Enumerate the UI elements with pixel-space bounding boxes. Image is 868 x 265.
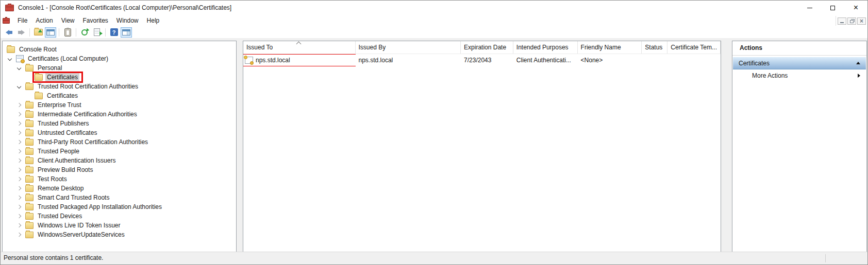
tree-item-client-authentication-issuers[interactable]: Client Authentication Issuers (3, 156, 236, 165)
tree-item-body[interactable]: Smart Card Trusted Roots (25, 193, 111, 202)
expand-chevron-icon[interactable] (17, 121, 21, 126)
refresh-button[interactable] (79, 27, 90, 38)
tree-item-body[interactable]: Preview Build Roots (25, 166, 94, 174)
tree-item-body[interactable]: Trusted People (25, 147, 81, 155)
minimize-icon (807, 8, 812, 8)
expand-chevron-icon[interactable] (17, 186, 21, 190)
tree-item-body[interactable]: Trusted Packaged App Installation Author… (25, 203, 163, 211)
minimize-button[interactable] (798, 1, 821, 15)
expand-chevron-icon[interactable] (17, 196, 21, 200)
tree-item-smart-card-trusted-roots[interactable]: Smart Card Trusted Roots (3, 193, 236, 202)
column-header-issued-by[interactable]: Issued By (356, 41, 461, 54)
column-header-friendly-name[interactable]: Friendly Name (578, 41, 642, 54)
tree-item-trusted-publishers[interactable]: Trusted Publishers (3, 119, 236, 128)
expand-chevron-icon[interactable] (17, 177, 21, 181)
up-level-button[interactable] (32, 27, 44, 38)
column-header-certificate-tem[interactable]: Certificate Tem... (667, 41, 721, 54)
tree-item-body[interactable]: Remote Desktop (25, 184, 85, 192)
tree-item-body[interactable]: Client Authentication Issuers (25, 156, 117, 165)
expand-chevron-icon[interactable] (17, 223, 21, 227)
tree-item-body[interactable]: Intermediate Certification Authorities (25, 110, 139, 118)
tree-item-body[interactable]: Certificates (Local Computer) (16, 55, 110, 63)
column-header-issued-to[interactable]: Issued To (243, 41, 356, 54)
tree-item-certificates[interactable]: Certificates (3, 91, 236, 100)
tree-item-trusted-people[interactable]: Trusted People (3, 147, 236, 156)
expand-chevron-icon[interactable] (17, 214, 21, 218)
tree-item-console-root[interactable]: Console Root (3, 45, 236, 54)
tree-item-body[interactable]: Certificates (35, 73, 79, 81)
expand-chevron-icon[interactable] (17, 103, 21, 107)
cell-issued-to[interactable]: nps.std.local (243, 54, 356, 66)
show-action-pane-button[interactable] (121, 27, 132, 38)
expand-chevron-icon[interactable] (17, 149, 21, 153)
child-close-button[interactable]: × (857, 17, 866, 25)
tree-item-body[interactable]: Test Roots (25, 175, 69, 183)
tree-item-body[interactable]: Untrusted Certificates (25, 129, 98, 137)
tree-item-trusted-root-certification-authorities[interactable]: Trusted Root Certification Authorities (3, 82, 236, 91)
collapse-group-icon[interactable] (856, 62, 860, 64)
tree-item-body[interactable]: Certificates (35, 92, 79, 100)
tree-item-untrusted-certificates[interactable]: Untrusted Certificates (3, 128, 236, 137)
menu-file[interactable]: File (13, 15, 31, 26)
collapse-chevron-icon[interactable] (8, 57, 12, 61)
cell-text: nps.std.local (359, 57, 393, 64)
tree-item-certificates-local-computer[interactable]: Certificates (Local Computer) (3, 54, 236, 63)
tree-item-third-party-root-certification-authorities[interactable]: Third-Party Root Certification Authoriti… (3, 137, 236, 147)
expand-chevron-icon[interactable] (17, 131, 21, 135)
column-header-status[interactable]: Status (642, 41, 667, 54)
actions-group-certificates[interactable]: Certificates (733, 57, 866, 69)
expand-chevron-icon[interactable] (17, 205, 21, 209)
tree-item-windows-live-id-token-issuer[interactable]: Windows Live ID Token Issuer (3, 221, 236, 230)
tree-item-trusted-devices[interactable]: Trusted Devices (3, 211, 236, 221)
tree-item-label: Console Root (18, 44, 58, 55)
close-button[interactable]: × (844, 1, 867, 15)
tree-item-windowsserverupdateservices[interactable]: WindowsServerUpdateServices (3, 230, 236, 239)
expand-chevron-icon[interactable] (17, 168, 21, 172)
child-restore-button[interactable] (847, 17, 856, 25)
tree-item-test-roots[interactable]: Test Roots (3, 174, 236, 184)
list-row[interactable]: nps.std.localnps.std.local7/23/2043Clien… (243, 54, 721, 66)
tree-item-certificates[interactable]: Certificates (3, 73, 236, 82)
menu-window[interactable]: Window (112, 15, 143, 26)
tree-item-body[interactable]: Console Root (7, 45, 58, 54)
tree-item-enterprise-trust[interactable]: Enterprise Trust (3, 100, 236, 110)
expand-chevron-icon[interactable] (17, 158, 21, 163)
export-list-icon (94, 28, 100, 36)
column-header-expiration-date[interactable]: Expiration Date (461, 41, 513, 54)
collapse-chevron-icon[interactable] (17, 66, 21, 70)
menu-help[interactable]: Help (143, 15, 164, 26)
tree-item-body[interactable]: Trusted Root Certification Authorities (25, 82, 140, 91)
menu-view[interactable]: View (57, 15, 79, 26)
export-list-button[interactable] (91, 27, 103, 38)
child-minimize-button[interactable] (838, 17, 846, 25)
tree-item-body[interactable]: Windows Live ID Token Issuer (25, 221, 122, 229)
tree-item-intermediate-certification-authorities[interactable]: Intermediate Certification Authorities (3, 110, 236, 119)
help-button[interactable] (108, 27, 120, 38)
status-bar: Personal store contains 1 certificate. (1, 252, 867, 264)
console-window-icon[interactable] (3, 18, 10, 24)
tree-item-body[interactable]: Trusted Devices (25, 212, 84, 220)
back-button[interactable] (3, 27, 14, 38)
tree-item-body[interactable]: Trusted Publishers (25, 119, 91, 128)
tree-item-remote-desktop[interactable]: Remote Desktop (3, 184, 236, 193)
column-header-intended-purposes[interactable]: Intended Purposes (513, 41, 578, 54)
forward-button[interactable] (15, 27, 27, 38)
show-console-tree-button[interactable] (45, 27, 56, 38)
tree-item-trusted-packaged-app-installation-authorities[interactable]: Trusted Packaged App Installation Author… (3, 202, 236, 211)
expand-chevron-icon[interactable] (17, 233, 21, 237)
tree-item-preview-build-roots[interactable]: Preview Build Roots (3, 165, 236, 174)
menu-favorites[interactable]: Favorites (79, 15, 112, 26)
tree-item-personal[interactable]: Personal (3, 63, 236, 73)
expand-chevron-icon[interactable] (17, 112, 21, 116)
menu-action[interactable]: Action (31, 15, 57, 26)
tree-item-body[interactable]: Personal (25, 64, 63, 72)
maximize-button[interactable] (821, 1, 844, 15)
more-actions-item[interactable]: More Actions (732, 69, 866, 82)
expand-chevron-icon[interactable] (17, 140, 21, 144)
tree-item-body[interactable]: WindowsServerUpdateServices (25, 231, 126, 239)
tree-item-body[interactable]: Third-Party Root Certification Authoriti… (25, 138, 149, 146)
cell-certificate-tem (667, 54, 721, 66)
paste-button[interactable] (62, 27, 73, 38)
tree-item-body[interactable]: Enterprise Trust (25, 101, 83, 109)
collapse-chevron-icon[interactable] (17, 84, 21, 89)
